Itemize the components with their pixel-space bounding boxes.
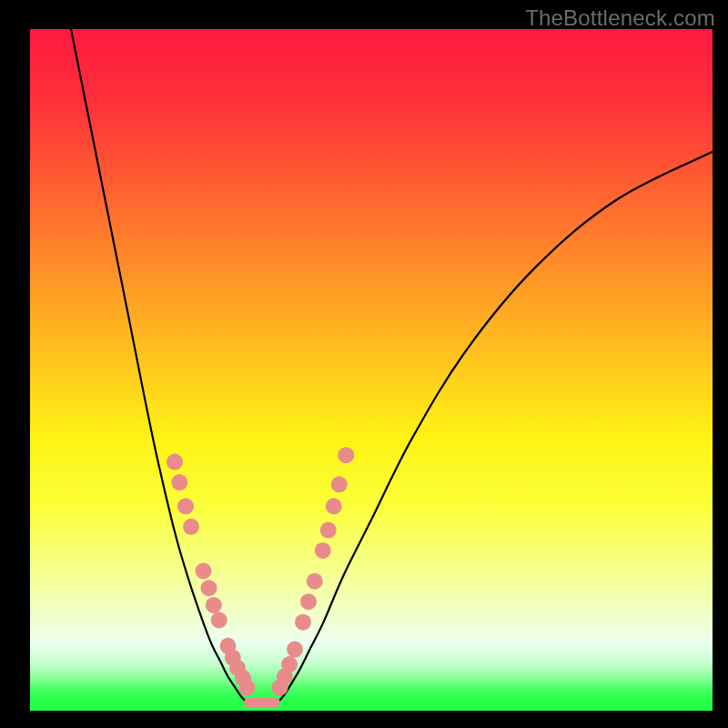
data-dot [239,680,256,696]
data-dot [167,454,183,470]
left-branch-curve [71,29,248,704]
right-branch-dots [272,447,355,695]
plot-area [30,29,713,711]
left-branch-dots [167,454,256,696]
data-dot [326,498,342,514]
data-dot [201,580,217,596]
watermark-text: TheBottleneck.com [525,5,715,31]
chart-svg [30,29,713,711]
data-dot [287,642,303,658]
data-dot [300,593,317,610]
right-branch-curve [276,152,713,704]
data-dot [331,476,348,492]
data-dot [171,474,187,490]
data-dot [295,614,311,631]
data-dot [315,542,331,559]
data-dot [183,519,199,535]
data-dot [177,498,194,514]
data-dot [307,573,323,590]
chart-frame: TheBottleneck.com [0,0,728,728]
data-dot [211,612,228,628]
data-dot [196,562,212,579]
data-dot [281,656,298,672]
data-dot [206,597,222,613]
data-dot [320,522,337,539]
data-dot [338,447,354,463]
